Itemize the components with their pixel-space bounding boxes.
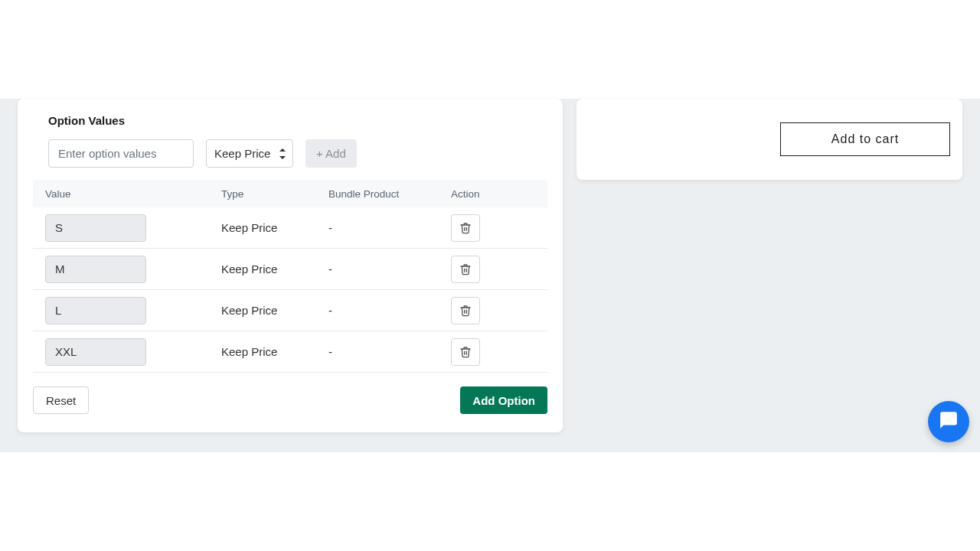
table-row: XXLKeep Price- <box>33 331 547 373</box>
delete-row-button[interactable] <box>451 214 480 242</box>
option-values-card: Option Values Keep Price + Add Value Typ… <box>18 99 563 432</box>
delete-row-button[interactable] <box>451 297 480 324</box>
value-pill[interactable]: M <box>45 256 146 283</box>
option-values-table: Value Type Bundle Product Action SKeep P… <box>33 180 547 373</box>
price-type-select[interactable]: Keep Price <box>206 139 293 168</box>
row-type: Keep Price <box>221 345 328 358</box>
value-pill[interactable]: XXL <box>45 338 146 366</box>
chat-icon <box>939 410 959 433</box>
option-value-input-row: Keep Price + Add <box>48 139 547 168</box>
value-pill[interactable]: L <box>45 297 146 324</box>
delete-row-button[interactable] <box>451 256 480 283</box>
option-value-input[interactable] <box>48 139 194 168</box>
add-value-button[interactable]: + Add <box>305 139 357 168</box>
header-type: Type <box>221 188 328 200</box>
card-footer: Reset Add Option <box>33 386 547 414</box>
table-row: LKeep Price- <box>33 290 547 331</box>
section-title: Option Values <box>48 114 547 127</box>
trash-icon <box>459 305 472 317</box>
price-type-selected: Keep Price <box>214 147 270 160</box>
chat-launcher-button[interactable] <box>928 401 969 442</box>
trash-icon <box>459 263 472 276</box>
value-pill[interactable]: S <box>45 214 146 242</box>
header-bundle: Bundle Product <box>328 188 451 200</box>
row-bundle: - <box>328 304 451 317</box>
reset-button[interactable]: Reset <box>33 386 89 414</box>
row-type: Keep Price <box>221 221 328 234</box>
table-row: MKeep Price- <box>33 249 547 290</box>
row-type: Keep Price <box>221 262 328 276</box>
header-value: Value <box>45 188 221 200</box>
row-bundle: - <box>328 262 451 276</box>
trash-icon <box>459 346 472 358</box>
table-header: Value Type Bundle Product Action <box>33 180 547 207</box>
add-option-button[interactable]: Add Option <box>460 386 547 414</box>
row-bundle: - <box>328 221 451 234</box>
row-bundle: - <box>328 345 451 358</box>
trash-icon <box>459 222 472 234</box>
row-type: Keep Price <box>221 304 328 317</box>
table-row: SKeep Price- <box>33 207 547 249</box>
delete-row-button[interactable] <box>451 338 480 366</box>
header-action: Action <box>451 188 535 200</box>
preview-card: Add to cart <box>577 99 962 180</box>
add-to-cart-button[interactable]: Add to cart <box>780 122 950 156</box>
